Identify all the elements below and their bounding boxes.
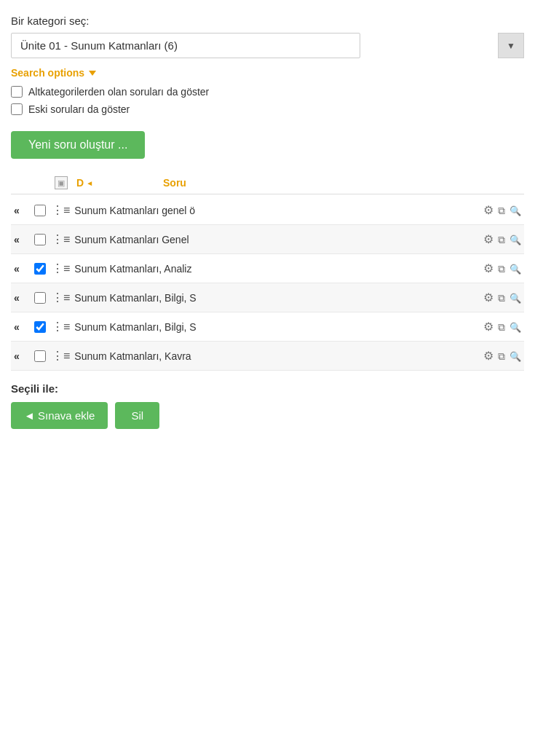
row-text: Sunum Katmanları genel ö: [74, 205, 479, 216]
create-question-button[interactable]: Yeni soru oluştur ...: [11, 131, 145, 159]
row-list-icon[interactable]: ⋮≡: [52, 232, 70, 246]
copy-icon[interactable]: [498, 291, 505, 304]
row-list-icon[interactable]: ⋮≡: [52, 349, 70, 363]
table-row: « ⋮≡ Sunum Katmanları genel ö: [11, 196, 524, 225]
selected-label: Seçili ile:: [11, 382, 524, 395]
checkbox-row-old: Eski soruları da göster: [11, 103, 524, 115]
row-text: Sunum Katmanları Genel: [74, 234, 479, 245]
select-all-checkbox[interactable]: ▣: [55, 176, 68, 189]
old-questions-label: Eski soruları da göster: [28, 103, 130, 115]
search-icon[interactable]: [510, 262, 521, 275]
row-chevron-icon[interactable]: «: [14, 234, 28, 245]
row-actions: [483, 349, 521, 363]
checkbox-row-subcategories: Altkategorilerden olan soruları da göste…: [11, 86, 524, 98]
row-list-icon[interactable]: ⋮≡: [52, 203, 70, 217]
row-checkbox[interactable]: [34, 321, 46, 333]
row-chevron-icon[interactable]: «: [14, 292, 28, 304]
search-icon[interactable]: [510, 291, 521, 304]
row-checkbox[interactable]: [34, 234, 46, 245]
table-header: ▣ D ◄ Soru: [11, 172, 524, 194]
search-options-toggle[interactable]: Search options: [11, 67, 524, 79]
table-row: « ⋮≡ Sunum Katmanları, Bilgi, S: [11, 312, 524, 342]
search-options-label: Search options: [11, 67, 84, 79]
row-list-icon[interactable]: ⋮≡: [52, 320, 70, 334]
row-text: Sunum Katmanları, Bilgi, S: [74, 292, 479, 304]
row-text: Sunum Katmanları, Bilgi, S: [74, 321, 479, 333]
row-chevron-icon[interactable]: «: [14, 321, 28, 333]
copy-icon[interactable]: [498, 262, 505, 275]
table-row: « ⋮≡ Sunum Katmanları, Analiz: [11, 254, 524, 283]
row-actions: [483, 320, 521, 334]
sort-arrow-icon: ◄: [86, 179, 93, 187]
table-row: « ⋮≡ Sunum Katmanları Genel: [11, 225, 524, 254]
category-select[interactable]: Ünite 01 - Sunum Katmanları (6): [11, 33, 360, 58]
gear-icon[interactable]: [483, 349, 494, 363]
bottom-actions: ◄ Sınava ekle Sil: [11, 402, 524, 429]
row-list-icon[interactable]: ⋮≡: [52, 261, 70, 275]
row-chevron-icon[interactable]: «: [14, 263, 28, 275]
row-actions: [483, 232, 521, 246]
copy-icon[interactable]: [498, 350, 505, 363]
table-row: « ⋮≡ Sunum Katmanları, Kavra: [11, 342, 524, 371]
row-chevron-icon[interactable]: «: [14, 350, 28, 362]
subcategories-label: Altkategorilerden olan soruları da göste…: [28, 86, 209, 98]
selected-section: Seçili ile: ◄ Sınava ekle Sil: [11, 382, 524, 429]
row-checkbox[interactable]: [34, 350, 46, 362]
search-icon[interactable]: [510, 320, 521, 334]
search-options-arrow-icon: [89, 71, 96, 76]
gear-icon[interactable]: [483, 291, 494, 304]
row-list-icon[interactable]: ⋮≡: [52, 291, 70, 304]
gear-icon[interactable]: [483, 320, 494, 334]
subcategories-checkbox[interactable]: [11, 86, 23, 98]
search-icon[interactable]: [510, 350, 521, 363]
row-checkbox[interactable]: [34, 263, 46, 275]
add-to-exam-button[interactable]: ◄ Sınava ekle: [11, 402, 108, 429]
row-actions: [483, 261, 521, 275]
dropdown-arrow-icon: ▼: [498, 33, 524, 58]
category-dropdown-wrapper: Ünite 01 - Sunum Katmanları (6) ▼: [11, 33, 524, 58]
old-questions-checkbox[interactable]: [11, 103, 23, 115]
gear-icon[interactable]: [483, 261, 494, 275]
gear-icon[interactable]: [483, 232, 494, 246]
row-chevron-icon[interactable]: «: [14, 205, 28, 216]
row-checkbox[interactable]: [34, 205, 46, 216]
gear-icon[interactable]: [483, 203, 494, 217]
copy-icon[interactable]: [498, 204, 505, 217]
row-text: Sunum Katmanları, Analiz: [74, 263, 479, 275]
question-list: « ⋮≡ Sunum Katmanları genel ö « ⋮≡ Sunum…: [11, 196, 524, 371]
search-icon[interactable]: [510, 233, 521, 246]
row-text: Sunum Katmanları, Kavra: [74, 350, 479, 362]
column-header-d[interactable]: D ◄: [76, 177, 93, 189]
row-actions: [483, 291, 521, 304]
delete-button[interactable]: Sil: [115, 402, 159, 429]
table-row: « ⋮≡ Sunum Katmanları, Bilgi, S: [11, 283, 524, 312]
copy-icon[interactable]: [498, 233, 505, 246]
row-checkbox[interactable]: [34, 292, 46, 304]
category-label: Bir kategori seç:: [11, 15, 524, 27]
copy-icon[interactable]: [498, 320, 505, 334]
row-actions: [483, 203, 521, 217]
column-header-soru: Soru: [163, 177, 186, 189]
search-icon[interactable]: [510, 204, 521, 217]
